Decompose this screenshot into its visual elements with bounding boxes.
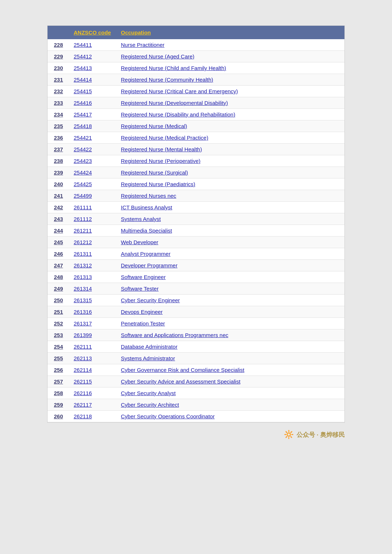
brand-text: 公众号 · 奥烨移民 xyxy=(297,431,345,439)
anzsco-code-cell[interactable]: 254421 xyxy=(69,132,117,144)
occupation-cell[interactable]: Systems Administrator xyxy=(117,353,344,364)
row-number: 249 xyxy=(48,283,69,295)
occupation-cell[interactable]: Registered Nurse (Aged Care) xyxy=(117,51,344,62)
anzsco-code-cell[interactable]: 262116 xyxy=(69,387,117,399)
table-row: 236254421Registered Nurse (Medical Pract… xyxy=(48,132,344,144)
table-row: 246261311Analyst Programmer xyxy=(48,248,344,260)
anzsco-code-cell[interactable]: 261317 xyxy=(69,318,117,329)
table-row: 252261317Penetration Tester xyxy=(48,318,344,329)
anzsco-code-cell[interactable]: 262114 xyxy=(69,364,117,376)
row-number: 247 xyxy=(48,260,69,271)
anzsco-code-cell[interactable]: 261315 xyxy=(69,295,117,306)
occupation-cell[interactable]: Registered Nurse (Community Health) xyxy=(117,74,344,86)
anzsco-code-cell[interactable]: 254412 xyxy=(69,51,117,62)
table-row: 238254423Registered Nurse (Perioperative… xyxy=(48,155,344,167)
row-number: 250 xyxy=(48,295,69,306)
occupation-cell[interactable]: Registered Nurse (Child and Family Healt… xyxy=(117,62,344,74)
occupation-cell[interactable]: Software Tester xyxy=(117,283,344,295)
anzsco-code-cell[interactable]: 254415 xyxy=(69,86,117,97)
occupation-cell[interactable]: Registered Nurses nec xyxy=(117,190,344,202)
anzsco-code-cell[interactable]: 262118 xyxy=(69,411,117,422)
occupation-cell[interactable]: Cyber Security Operations Coordinator xyxy=(117,411,344,422)
row-number: 234 xyxy=(48,109,69,120)
occupation-cell[interactable]: Registered Nurse (Critical Care and Emer… xyxy=(117,86,344,97)
table-row: 235254418Registered Nurse (Medical) xyxy=(48,120,344,132)
row-number: 246 xyxy=(48,248,69,260)
anzsco-code-cell[interactable]: 261399 xyxy=(69,329,117,341)
anzsco-code-cell[interactable]: 254413 xyxy=(69,62,117,74)
anzsco-code-cell[interactable]: 254416 xyxy=(69,97,117,109)
occupation-cell[interactable]: Registered Nurse (Medical) xyxy=(117,120,344,132)
occupation-cell[interactable]: Cyber Security Architect xyxy=(117,399,344,411)
occupation-cell[interactable]: Registered Nurse (Mental Health) xyxy=(117,144,344,155)
anzsco-code-cell[interactable]: 261314 xyxy=(69,283,117,295)
row-number: 228 xyxy=(48,39,69,51)
occupation-cell[interactable]: Developer Programmer xyxy=(117,260,344,271)
table-row: 254262111Database Administrator xyxy=(48,341,344,353)
occupation-cell[interactable]: Cyber Security Advice and Assessment Spe… xyxy=(117,376,344,387)
occupation-cell[interactable]: Devops Engineer xyxy=(117,306,344,318)
occupation-cell[interactable]: Cyber Security Engineer xyxy=(117,295,344,306)
row-number: 243 xyxy=(48,213,69,225)
row-number: 230 xyxy=(48,62,69,74)
occupation-cell[interactable]: Multimedia Specialist xyxy=(117,225,344,237)
table-row: 256262114Cyber Governance Risk and Compl… xyxy=(48,364,344,376)
anzsco-code-cell[interactable]: 261316 xyxy=(69,306,117,318)
occupation-cell[interactable]: Software and Applications Programmers ne… xyxy=(117,329,344,341)
anzsco-code-cell[interactable]: 261211 xyxy=(69,225,117,237)
anzsco-code-cell[interactable]: 262115 xyxy=(69,376,117,387)
occupation-cell[interactable]: Database Administrator xyxy=(117,341,344,353)
occupation-cell[interactable]: Software Engineer xyxy=(117,271,344,283)
anzsco-code-cell[interactable]: 254411 xyxy=(69,39,117,51)
row-number: 229 xyxy=(48,51,69,62)
occupation-cell[interactable]: Registered Nurse (Medical Practice) xyxy=(117,132,344,144)
anzsco-code-cell[interactable]: 254422 xyxy=(69,144,117,155)
row-number: 239 xyxy=(48,167,69,178)
anzsco-code-cell[interactable]: 254417 xyxy=(69,109,117,120)
table-row: 259262117Cyber Security Architect xyxy=(48,399,344,411)
occupation-cell[interactable]: Cyber Security Analyst xyxy=(117,387,344,399)
anzsco-code-cell[interactable]: 262113 xyxy=(69,353,117,364)
table-row: 244261211Multimedia Specialist xyxy=(48,225,344,237)
anzsco-code-cell[interactable]: 254423 xyxy=(69,155,117,167)
anzsco-code-cell[interactable]: 254425 xyxy=(69,178,117,190)
occupation-cell[interactable]: Systems Analyst xyxy=(117,213,344,225)
row-number: 255 xyxy=(48,353,69,364)
anzsco-code-cell[interactable]: 261112 xyxy=(69,213,117,225)
table-row: 249261314Software Tester xyxy=(48,283,344,295)
occupation-cell[interactable]: Registered Nurse (Surgical) xyxy=(117,167,344,178)
table-row: 241254499Registered Nurses nec xyxy=(48,190,344,202)
anzsco-code-cell[interactable]: 254418 xyxy=(69,120,117,132)
table-row: 230254413Registered Nurse (Child and Fam… xyxy=(48,62,344,74)
row-number: 242 xyxy=(48,202,69,213)
table-row: 231254414Registered Nurse (Community Hea… xyxy=(48,74,344,86)
anzsco-code-cell[interactable]: 254424 xyxy=(69,167,117,178)
row-number: 252 xyxy=(48,318,69,329)
occupation-cell[interactable]: Registered Nurse (Developmental Disabili… xyxy=(117,97,344,109)
anzsco-code-cell[interactable]: 261111 xyxy=(69,202,117,213)
table-row: 228254411Nurse Practitioner xyxy=(48,39,344,51)
table-row: 234254417Registered Nurse (Disability an… xyxy=(48,109,344,120)
occupation-cell[interactable]: Nurse Practitioner xyxy=(117,39,344,51)
anzsco-code-cell[interactable]: 254414 xyxy=(69,74,117,86)
table-row: 239254424Registered Nurse (Surgical) xyxy=(48,167,344,178)
anzsco-code-cell[interactable]: 262111 xyxy=(69,341,117,353)
occupation-cell[interactable]: Analyst Programmer xyxy=(117,248,344,260)
anzsco-code-cell[interactable]: 261313 xyxy=(69,271,117,283)
occupation-cell[interactable]: Registered Nurse (Perioperative) xyxy=(117,155,344,167)
occupation-cell[interactable]: Penetration Tester xyxy=(117,318,344,329)
occupation-cell[interactable]: Cyber Governance Risk and Compliance Spe… xyxy=(117,364,344,376)
anzsco-code-cell[interactable]: 261212 xyxy=(69,237,117,248)
row-number: 238 xyxy=(48,155,69,167)
anzsco-code-cell[interactable]: 261311 xyxy=(69,248,117,260)
row-number: 248 xyxy=(48,271,69,283)
anzsco-code-cell[interactable]: 254499 xyxy=(69,190,117,202)
row-number: 257 xyxy=(48,376,69,387)
occupation-cell[interactable]: ICT Business Analyst xyxy=(117,202,344,213)
occupation-cell[interactable]: Registered Nurse (Paediatrics) xyxy=(117,178,344,190)
anzsco-code-cell[interactable]: 262117 xyxy=(69,399,117,411)
anzsco-code-cell[interactable]: 261312 xyxy=(69,260,117,271)
row-number: 237 xyxy=(48,144,69,155)
occupation-cell[interactable]: Web Developer xyxy=(117,237,344,248)
occupation-cell[interactable]: Registered Nurse (Disability and Rehabil… xyxy=(117,109,344,120)
